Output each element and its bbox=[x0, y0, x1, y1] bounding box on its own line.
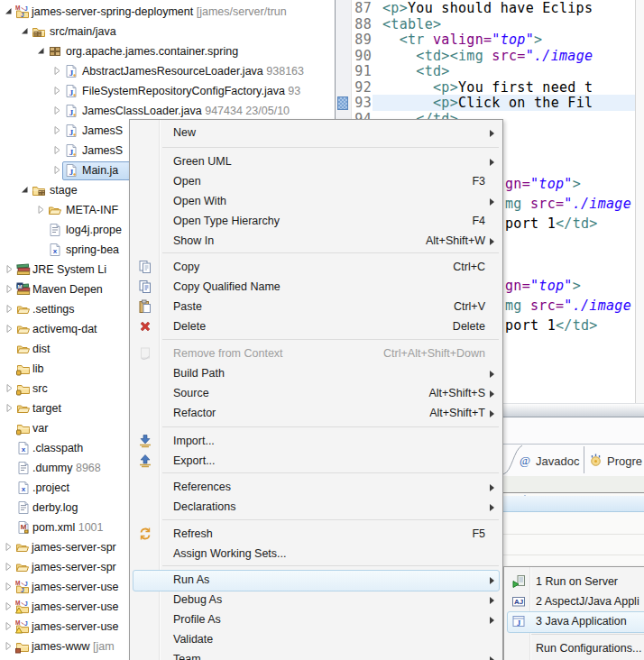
collapse-arrow-icon[interactable] bbox=[21, 27, 29, 35]
menu-item-assign-working-sets[interactable]: Assign Working Sets... bbox=[133, 544, 500, 565]
java-file-icon: J bbox=[64, 143, 78, 158]
tree-item-label: james-server-spring-deployment [james/se… bbox=[32, 5, 287, 18]
menu-item-paste[interactable]: PasteCtrl+V bbox=[133, 297, 500, 318]
menu-item-run-configurations[interactable]: Run Configurations... bbox=[507, 638, 644, 660]
code-line[interactable]: port 1</td> bbox=[505, 216, 598, 233]
tree-row[interactable]: src/main/java bbox=[0, 22, 335, 41]
expand-arrow-icon[interactable] bbox=[5, 543, 13, 551]
code-line[interactable]: gn="top"> bbox=[505, 177, 581, 193]
menu-item-export[interactable]: Export... bbox=[133, 451, 500, 472]
collapse-arrow-icon[interactable] bbox=[5, 7, 13, 15]
folder-svn-icon bbox=[16, 381, 31, 396]
menu-item-show-in[interactable]: Show InAlt+Shift+W bbox=[133, 231, 500, 252]
tab-progress[interactable]: Progre bbox=[589, 445, 644, 475]
expand-arrow-icon[interactable] bbox=[5, 642, 13, 650]
menu-item-refactor[interactable]: RefactorAlt+Shift+T bbox=[133, 403, 500, 425]
menu-item-refresh[interactable]: RefreshF5 bbox=[133, 524, 500, 545]
tab-label: Progre bbox=[607, 454, 642, 468]
export-icon bbox=[138, 454, 152, 468]
tree-row[interactable]: JAbstractJamesResourceLoader.java 938163 bbox=[0, 61, 335, 81]
mj-project-icon: MJJ bbox=[15, 580, 30, 594]
menu-item-new[interactable]: New bbox=[133, 123, 500, 144]
menu-item-open-with[interactable]: Open With bbox=[133, 191, 500, 213]
table-row[interactable] bbox=[503, 534, 644, 535]
menu-item-label: Profile As bbox=[173, 613, 221, 626]
menu-item-team[interactable]: Team bbox=[133, 649, 500, 660]
code-line[interactable]: port 1</td> bbox=[505, 318, 598, 335]
expand-arrow-icon[interactable] bbox=[5, 384, 14, 392]
selected-table-row[interactable] bbox=[503, 496, 644, 512]
expand-arrow-icon[interactable] bbox=[5, 563, 13, 571]
menu-item-delete[interactable]: DeleteDelete bbox=[133, 316, 500, 338]
line-number: 93 bbox=[352, 96, 372, 112]
svg-text:J: J bbox=[24, 5, 28, 12]
menu-separator bbox=[531, 634, 644, 635]
menu-item-declarations[interactable]: Declarations bbox=[133, 497, 500, 518]
tree-row[interactable]: JFileSystemRepositoryConfigFactory.java … bbox=[0, 81, 335, 101]
expand-arrow-icon[interactable] bbox=[5, 305, 14, 313]
copy-qualified-icon bbox=[138, 280, 152, 294]
expand-arrow-icon[interactable] bbox=[5, 404, 14, 412]
tree-row[interactable]: MJJjames-server-spring-deployment [james… bbox=[0, 2, 335, 22]
folder-package-icon bbox=[32, 183, 46, 197]
expand-arrow-icon[interactable] bbox=[53, 146, 61, 154]
code-line[interactable]: gn="top"> bbox=[505, 279, 581, 295]
expand-arrow-icon[interactable] bbox=[5, 622, 13, 630]
menu-item-label: Assign Working Sets... bbox=[173, 547, 287, 560]
table-row[interactable] bbox=[503, 555, 644, 555]
svg-text:J: J bbox=[24, 581, 28, 587]
expand-arrow-icon[interactable] bbox=[5, 285, 14, 293]
line-number: 87 bbox=[352, 1, 372, 17]
menu-item-copy-qualified-name[interactable]: Copy Qualified Name bbox=[133, 277, 500, 298]
menu-item-green-uml[interactable]: Green UML bbox=[133, 151, 500, 173]
menu-item-open[interactable]: OpenF3 bbox=[133, 171, 500, 193]
menu-item-debug-as[interactable]: Debug As bbox=[133, 590, 500, 611]
collapse-arrow-icon[interactable] bbox=[21, 186, 29, 194]
xml-file-icon: x bbox=[16, 441, 31, 455]
expand-arrow-icon[interactable] bbox=[53, 67, 61, 75]
expand-arrow-icon[interactable] bbox=[37, 206, 45, 214]
collapse-arrow-icon[interactable] bbox=[37, 47, 45, 55]
expand-arrow-icon[interactable] bbox=[53, 87, 61, 95]
tree-row[interactable]: org.apache.james.container.spring bbox=[0, 41, 335, 61]
mj-project-warn-icon: MJ bbox=[15, 619, 30, 634]
expand-arrow-icon[interactable] bbox=[5, 265, 14, 273]
menu-item-open-type-hierarchy[interactable]: Open Type HierarchyF4 bbox=[133, 211, 500, 233]
tab-javadoc[interactable]: @ Javadoc bbox=[518, 445, 583, 475]
code-line[interactable]: <td> bbox=[382, 64, 450, 80]
java-file-icon: J bbox=[64, 64, 78, 78]
menu-item-validate[interactable]: Validate bbox=[133, 629, 500, 651]
menu-item-2-aspectj-java-appli[interactable]: AJ2 AspectJ/Java Appli bbox=[507, 591, 644, 613]
code-line[interactable]: mg src="./image bbox=[505, 197, 631, 213]
line-number: 89 bbox=[352, 32, 372, 49]
expand-arrow-icon[interactable] bbox=[53, 166, 61, 174]
menu-item-source[interactable]: SourceAlt+Shift+S bbox=[133, 383, 500, 405]
svg-text:J: J bbox=[69, 88, 74, 97]
menu-item-3-java-application[interactable]: J3 Java Application bbox=[507, 611, 644, 633]
menu-item-run-as[interactable]: Run As bbox=[133, 570, 500, 591]
menu-item-copy[interactable]: CopyCtrl+C bbox=[133, 257, 500, 279]
code-line[interactable]: mg src="./image bbox=[505, 298, 631, 315]
menu-item-shortcut: F4 bbox=[472, 215, 485, 227]
menu-item-shortcut: Alt+Shift+T bbox=[429, 407, 485, 419]
annotation-marker[interactable] bbox=[337, 96, 348, 110]
code-line[interactable]: <table> bbox=[382, 17, 441, 33]
menu-item-label: Refresh bbox=[173, 527, 213, 540]
expand-arrow-icon[interactable] bbox=[5, 325, 14, 333]
menu-item-import[interactable]: Import... bbox=[133, 431, 500, 453]
expand-arrow-icon[interactable] bbox=[53, 106, 61, 115]
menu-item-1-run-on-server[interactable]: 1 Run on Server bbox=[507, 572, 644, 593]
menu-item-label: Debug As bbox=[173, 593, 222, 606]
menu-item-label: Delete bbox=[173, 320, 206, 333]
overview-ruler[interactable] bbox=[635, 0, 644, 417]
menu-item-references[interactable]: References bbox=[133, 477, 500, 499]
tree-row[interactable]: JJamesClassLoader.java 947434 23/05/10 bbox=[0, 101, 335, 121]
menu-item-label: Validate bbox=[173, 633, 213, 646]
expand-arrow-icon[interactable] bbox=[53, 126, 61, 134]
menu-item-build-path[interactable]: Build Path bbox=[133, 363, 500, 385]
menu-item-label: Open bbox=[173, 175, 201, 188]
menu-item-profile-as[interactable]: Profile As bbox=[133, 610, 500, 631]
table-header[interactable] bbox=[503, 476, 644, 493]
expand-arrow-icon[interactable] bbox=[5, 602, 13, 610]
expand-arrow-icon[interactable] bbox=[5, 582, 13, 591]
